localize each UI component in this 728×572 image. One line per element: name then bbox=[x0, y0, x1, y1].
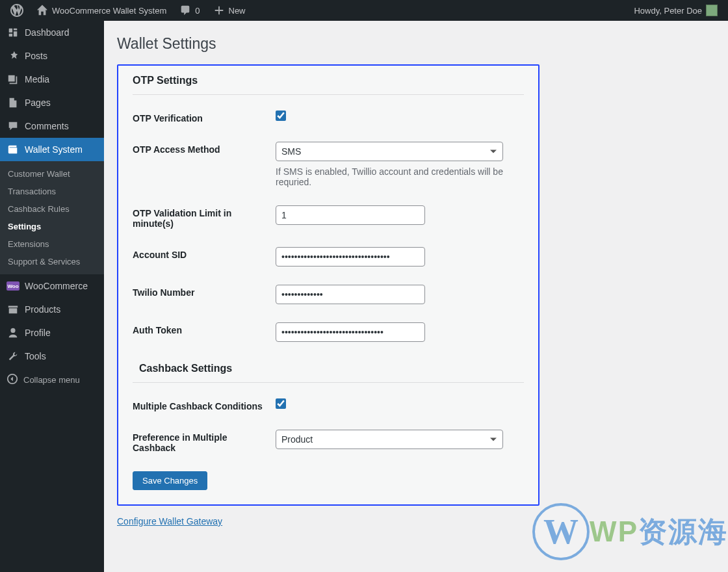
wrench-icon bbox=[6, 350, 20, 363]
wallet-icon bbox=[6, 143, 20, 156]
submenu-support[interactable]: Support & Services bbox=[0, 253, 104, 270]
submenu-transactions[interactable]: Transactions bbox=[0, 183, 104, 200]
page-icon bbox=[6, 96, 20, 109]
menu-profile[interactable]: Profile bbox=[0, 321, 104, 344]
site-home-link[interactable]: WooCommerce Wallet System bbox=[31, 0, 172, 21]
pin-icon bbox=[6, 49, 20, 62]
menu-pages[interactable]: Pages bbox=[0, 91, 104, 114]
dashboard-icon bbox=[6, 26, 20, 39]
section-cashback-title: Cashback Settings bbox=[133, 363, 524, 383]
woo-icon: Woo bbox=[6, 280, 20, 292]
otp-verification-checkbox[interactable] bbox=[276, 110, 286, 121]
section-otp-title: OTP Settings bbox=[133, 75, 524, 95]
otp-limit-input[interactable] bbox=[276, 205, 425, 225]
admin-bar: WooCommerce Wallet System 0 New Howdy, P… bbox=[0, 0, 728, 21]
products-icon bbox=[6, 303, 20, 316]
user-icon bbox=[6, 326, 20, 339]
collapse-icon bbox=[6, 373, 18, 387]
menu-comments[interactable]: Comments bbox=[0, 114, 104, 138]
configure-gateway-link[interactable]: Configure Wallet Gateway bbox=[117, 516, 222, 526]
label-otp-access-method: OTP Access Method bbox=[133, 142, 276, 187]
new-label: New bbox=[229, 6, 246, 16]
collapse-menu[interactable]: Collapse menu bbox=[0, 368, 104, 392]
user-greeting[interactable]: Howdy, Peter Doe bbox=[629, 0, 723, 21]
auth-token-input[interactable] bbox=[276, 322, 425, 342]
save-button[interactable]: Save Changes bbox=[133, 471, 207, 490]
menu-tools[interactable]: Tools bbox=[0, 344, 104, 368]
label-twilio-number: Twilio Number bbox=[133, 285, 276, 304]
menu-products[interactable]: Products bbox=[0, 298, 104, 321]
submenu-customer-wallet[interactable]: Customer Wallet bbox=[0, 165, 104, 183]
account-sid-input[interactable] bbox=[276, 247, 425, 266]
menu-media[interactable]: Media bbox=[0, 68, 104, 91]
menu-dashboard[interactable]: Dashboard bbox=[0, 21, 104, 44]
label-multiple-cashback: Multiple Cashback Conditions bbox=[133, 398, 276, 411]
watermark: W WP资源海 bbox=[532, 503, 728, 560]
help-sms: If SMS is enabled, Twillio account and c… bbox=[276, 166, 524, 187]
menu-wallet-system[interactable]: Wallet System bbox=[0, 138, 104, 161]
menu-woocommerce[interactable]: Woo WooCommerce bbox=[0, 274, 104, 298]
wp-logo-icon[interactable] bbox=[5, 0, 29, 21]
preference-select[interactable]: Product bbox=[276, 430, 503, 449]
submenu-cashback-rules[interactable]: Cashback Rules bbox=[0, 200, 104, 218]
label-otp-verification: OTP Verification bbox=[133, 110, 276, 124]
wallet-submenu: Customer Wallet Transactions Cashback Ru… bbox=[0, 161, 104, 274]
label-preference: Preference in Multiple Cashback bbox=[133, 430, 276, 453]
twilio-number-input[interactable] bbox=[276, 285, 425, 304]
avatar bbox=[706, 5, 718, 16]
label-account-sid: Account SID bbox=[133, 247, 276, 266]
new-content-link[interactable]: New bbox=[208, 0, 251, 21]
site-title: WooCommerce Wallet System bbox=[52, 6, 166, 16]
label-otp-limit: OTP Validation Limit in minute(s) bbox=[133, 205, 276, 229]
settings-card: OTP Settings OTP Verification OTP Access… bbox=[117, 64, 540, 506]
media-icon bbox=[6, 73, 20, 86]
otp-access-method-select[interactable]: SMS bbox=[276, 142, 503, 161]
submenu-extensions[interactable]: Extensions bbox=[0, 235, 104, 253]
comments-link[interactable]: 0 bbox=[174, 0, 205, 21]
comment-icon bbox=[6, 120, 20, 133]
admin-sidebar: Dashboard Posts Media Pages Comments Wal… bbox=[0, 21, 104, 572]
label-auth-token: Auth Token bbox=[133, 322, 276, 342]
page-title: Wallet Settings bbox=[117, 35, 715, 53]
comments-count: 0 bbox=[195, 6, 200, 16]
content-area: Wallet Settings OTP Settings OTP Verific… bbox=[104, 21, 728, 572]
submenu-settings[interactable]: Settings bbox=[0, 218, 104, 235]
menu-posts[interactable]: Posts bbox=[0, 44, 104, 68]
multiple-cashback-checkbox[interactable] bbox=[276, 398, 286, 409]
